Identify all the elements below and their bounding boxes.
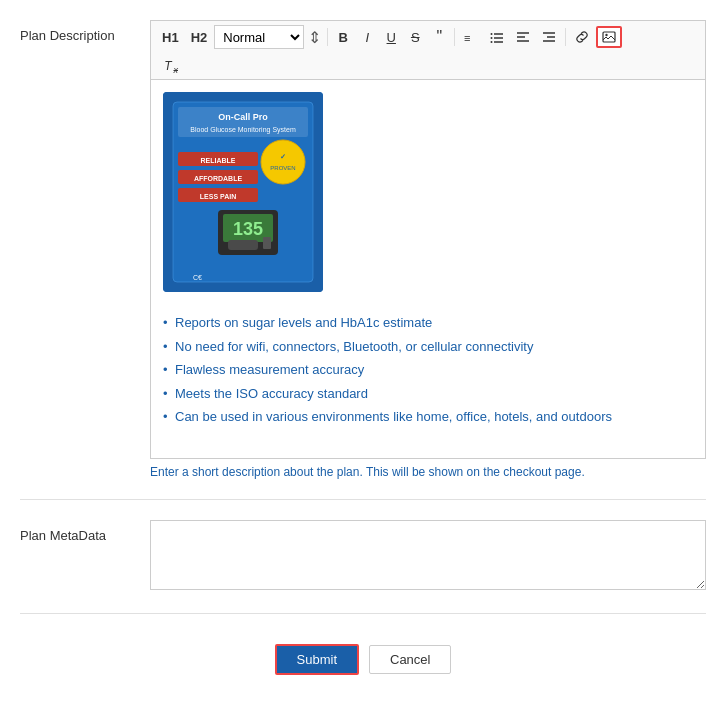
svg-text:✓: ✓ xyxy=(280,153,286,160)
svg-point-20 xyxy=(261,140,305,184)
divider1 xyxy=(327,28,328,46)
button-row: Submit Cancel xyxy=(20,634,706,675)
svg-text:Blood Glucose Monitoring Syste: Blood Glucose Monitoring System xyxy=(190,126,296,134)
divider2 xyxy=(454,28,455,46)
blockquote-button[interactable]: " xyxy=(428,26,450,48)
image-button[interactable] xyxy=(596,26,622,48)
svg-point-4 xyxy=(491,33,493,35)
svg-text:AFFORDABLE: AFFORDABLE xyxy=(194,175,243,182)
cancel-button[interactable]: Cancel xyxy=(369,645,451,674)
bold-button[interactable]: B xyxy=(332,26,354,48)
svg-rect-32 xyxy=(263,237,271,249)
metadata-textarea[interactable] xyxy=(150,520,706,590)
svg-rect-13 xyxy=(603,32,615,42)
svg-text:LESS PAIN: LESS PAIN xyxy=(200,193,236,200)
svg-text:On-Call Pro: On-Call Pro xyxy=(218,112,268,122)
divider3 xyxy=(565,28,566,46)
hint-suffix: . xyxy=(581,465,584,479)
product-image: On-Call Pro Blood Glucose Monitoring Sys… xyxy=(163,92,323,292)
list-item: Flawless measurement accuracy xyxy=(163,358,693,382)
h2-button[interactable]: H2 xyxy=(186,26,213,48)
link-button[interactable] xyxy=(570,26,594,48)
submit-button[interactable]: Submit xyxy=(275,644,359,675)
svg-text:≡: ≡ xyxy=(464,32,470,44)
bullet-list: Reports on sugar levels and HbA1c estima… xyxy=(163,311,693,429)
strikethrough-button[interactable]: S xyxy=(404,26,426,48)
format-select[interactable]: Normal Heading 1 Heading 2 Heading 3 xyxy=(214,25,304,49)
align-left-button[interactable] xyxy=(511,26,535,48)
plan-metadata-content xyxy=(150,520,706,593)
svg-point-5 xyxy=(491,37,493,39)
svg-text:135: 135 xyxy=(233,219,263,239)
svg-text:C€: C€ xyxy=(193,274,202,281)
h1-button[interactable]: H1 xyxy=(157,26,184,48)
unordered-list-button[interactable] xyxy=(485,26,509,48)
ordered-list-button[interactable]: ≡ xyxy=(459,26,483,48)
editor-toolbar-row2: Tx xyxy=(150,53,706,79)
underline-button[interactable]: U xyxy=(380,26,402,48)
align-right-button[interactable] xyxy=(537,26,561,48)
list-item: No need for wifi, connectors, Bluetooth,… xyxy=(163,335,693,359)
plan-metadata-label: Plan MetaData xyxy=(20,520,150,543)
svg-text:PROVEN: PROVEN xyxy=(270,165,295,171)
plan-description-content: H1 H2 Normal Heading 1 Heading 2 Heading… xyxy=(150,20,706,479)
product-image-container: On-Call Pro Blood Glucose Monitoring Sys… xyxy=(163,92,693,295)
svg-text:RELIABLE: RELIABLE xyxy=(201,157,236,164)
description-hint: Enter a short description about the plan… xyxy=(150,465,706,479)
svg-point-6 xyxy=(491,41,493,43)
hint-link[interactable]: checkout page xyxy=(503,465,581,479)
svg-rect-33 xyxy=(228,240,258,250)
svg-point-14 xyxy=(606,34,608,36)
list-item: Can be used in various environments like… xyxy=(163,405,693,429)
format-arrows-icon[interactable]: ⇕ xyxy=(308,28,321,47)
list-item: Meets the ISO accuracy standard xyxy=(163,382,693,406)
plan-description-row: Plan Description H1 H2 Normal Heading 1 … xyxy=(20,20,706,500)
list-item: Reports on sugar levels and HbA1c estima… xyxy=(163,311,693,335)
hint-prefix: Enter a short description about the plan… xyxy=(150,465,503,479)
italic-button[interactable]: I xyxy=(356,26,378,48)
plan-description-label: Plan Description xyxy=(20,20,150,43)
editor-toolbar-row1: H1 H2 Normal Heading 1 Heading 2 Heading… xyxy=(150,20,706,53)
clear-format-button[interactable]: Tx xyxy=(157,55,179,77)
plan-metadata-row: Plan MetaData xyxy=(20,520,706,614)
editor-area[interactable]: On-Call Pro Blood Glucose Monitoring Sys… xyxy=(150,79,706,459)
